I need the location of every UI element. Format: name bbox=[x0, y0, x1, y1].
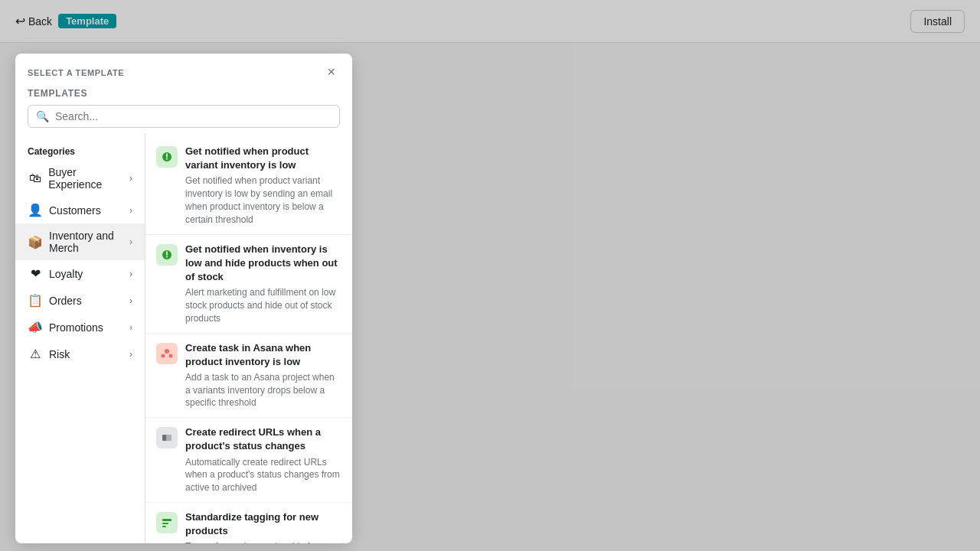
modal-backdrop: SELECT A TEMPLATE × TEMPLATES 🔍 Categori… bbox=[0, 0, 980, 43]
